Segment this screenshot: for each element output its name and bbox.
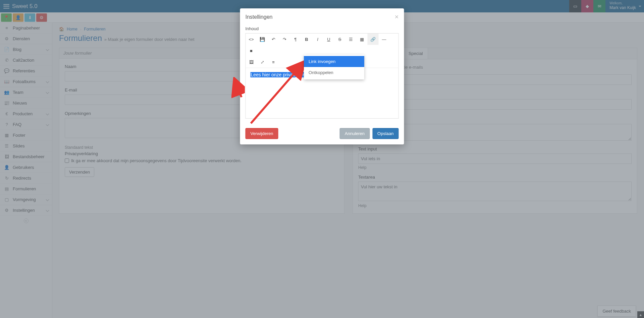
image-icon[interactable]: 🖼 (246, 56, 257, 68)
table-icon[interactable]: ▦ (357, 34, 368, 45)
link-dropdown: Link invoegen Ontkoppelen (304, 55, 364, 79)
unlink-item[interactable]: Ontkoppelen (304, 67, 364, 78)
link-icon[interactable]: 🔗 (368, 34, 379, 45)
underline-icon[interactable]: U (323, 34, 334, 45)
list-icon[interactable]: ☰ (345, 34, 357, 45)
close-icon[interactable]: × (395, 13, 399, 21)
save-icon[interactable]: 💾 (257, 34, 268, 45)
insert-link-item[interactable]: Link invoegen (304, 56, 364, 67)
fullscreen-icon[interactable]: ⤢ (257, 56, 268, 68)
bold-icon[interactable]: B (301, 34, 312, 45)
undo-icon[interactable]: ↶ (268, 34, 279, 45)
paragraph-icon[interactable]: ¶ (290, 34, 301, 45)
align-icon[interactable]: ≡ (268, 56, 279, 68)
video-icon[interactable]: ■ (246, 45, 257, 56)
delete-button[interactable]: Verwijderen (246, 128, 278, 139)
codeview-icon[interactable]: <> (246, 34, 257, 45)
content-label: Inhoud (246, 26, 399, 31)
italic-icon[interactable]: I (312, 34, 323, 45)
hr-icon[interactable]: — (379, 34, 390, 45)
save-button[interactable]: Opslaan (372, 128, 398, 139)
cancel-button[interactable]: Annuleren (340, 128, 370, 139)
strike-icon[interactable]: S (334, 34, 345, 45)
redo-icon[interactable]: ↷ (279, 34, 290, 45)
modal-title: Instellingen (246, 14, 273, 20)
